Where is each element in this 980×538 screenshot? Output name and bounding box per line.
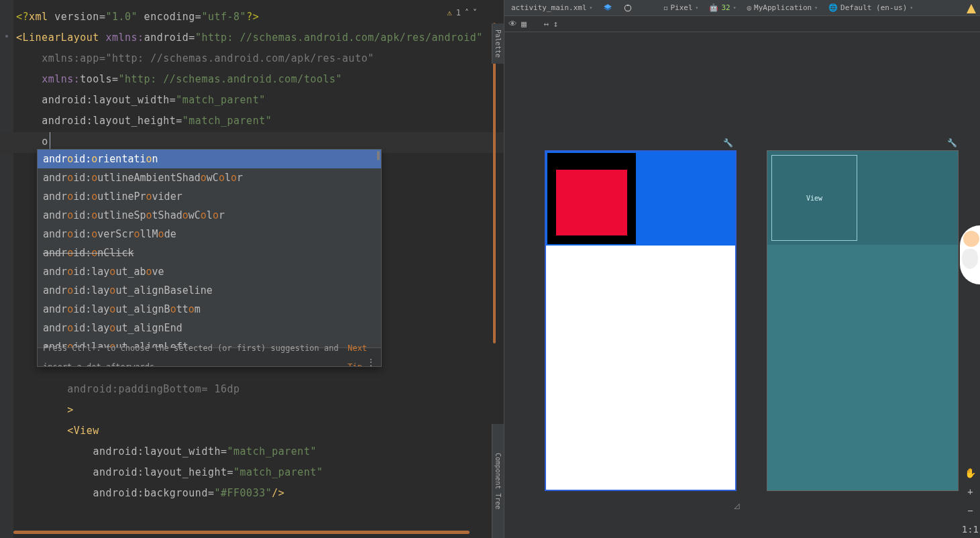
warning-count: 1 <box>456 8 461 17</box>
zoom-actual[interactable]: 1:1 <box>962 524 979 535</box>
app-label: MyApplication <box>754 3 812 12</box>
code-area[interactable]: <?xml version="1.0" encoding="utf-8"?><L… <box>16 7 497 152</box>
component-tree-label: Component Tree <box>494 453 502 509</box>
designer-subtoolbar: 👁 ▦ ↔ ↕ <box>504 16 980 32</box>
blueprint-surface[interactable]: View <box>767 150 959 491</box>
blueprint-inner: View <box>771 155 857 241</box>
assistant-avatar[interactable] <box>960 225 980 284</box>
layout-designer-pane: activity_main.xml▾ ◻Pixel▾ 🤖32▾ ◎ MyAppl… <box>504 0 980 538</box>
preview-view-inner <box>547 153 636 244</box>
device-label: Pixel <box>670 3 692 12</box>
zoom-controls: ✋ + − 1:1 ⛶ <box>962 468 979 538</box>
surface-select[interactable] <box>600 3 615 13</box>
warning-icon: ⚠ <box>447 8 452 17</box>
autocomplete-hint-text: Press Ctrl+. to choose the selected (or … <box>43 339 341 368</box>
wrench-icon[interactable]: 🔧 <box>947 138 957 148</box>
autocomplete-item[interactable]: android:layout_alignBaseline <box>38 281 381 300</box>
file-name: activity_main.xml <box>511 3 587 12</box>
autocomplete-item[interactable]: android:layout_alignEnd <box>38 319 381 337</box>
autocomplete-scrollbar[interactable] <box>377 151 380 160</box>
preview-view-top <box>546 152 735 246</box>
autocomplete-item[interactable]: android:layout_alignBottom <box>38 300 381 319</box>
autocomplete-popup: android:orientationandroid:outlineAmbien… <box>37 149 382 367</box>
globe-icon <box>828 3 838 12</box>
design-surface[interactable] <box>545 150 737 491</box>
file-chip[interactable]: activity_main.xml▾ <box>508 3 595 12</box>
pan-up-icon[interactable]: ↕ <box>553 19 559 29</box>
autocomplete-item[interactable]: android:orientation <box>38 150 381 168</box>
nightmode-select[interactable] <box>641 3 655 13</box>
locale-select[interactable]: Default (en-us)▾ <box>826 3 916 12</box>
orientation-icon <box>623 3 633 13</box>
editor-scrollbar-horizontal[interactable] <box>13 531 470 534</box>
resize-handle-icon[interactable]: ◿ <box>734 500 742 508</box>
design-canvas[interactable]: 🔧 🔧 View ◿ ✋ + − <box>504 32 980 538</box>
autocomplete-item[interactable]: android:layout_above <box>38 262 381 281</box>
inspection-widget[interactable]: ⚠ 1 ˄ ˅ <box>447 8 477 17</box>
pan-left-icon[interactable]: ↔ <box>544 19 549 29</box>
blueprint-view-label: View <box>806 195 822 202</box>
autocomplete-item[interactable]: android:overScrollMode <box>38 225 381 244</box>
wrench-icon[interactable]: 🔧 <box>723 138 733 148</box>
preview-view-red <box>556 170 627 235</box>
view-options-icon[interactable]: 👁 <box>508 19 517 29</box>
prev-highlight-icon[interactable]: ˄ <box>465 8 469 17</box>
autocomplete-item[interactable]: android:outlineProvider <box>38 187 381 206</box>
palette-label: Palette <box>494 30 502 58</box>
autocomplete-more-icon[interactable]: ⋮ <box>367 353 374 367</box>
orientation-select[interactable] <box>620 3 635 13</box>
autocomplete-item[interactable]: android:onClick <box>38 244 381 262</box>
component-tree-tool-tab[interactable]: Component Tree <box>492 424 504 538</box>
palette-tool-tab[interactable]: Palette <box>492 23 504 64</box>
app-theme-select[interactable]: ◎ MyApplication▾ <box>744 3 820 12</box>
editor-gutter[interactable] <box>0 0 13 538</box>
next-highlight-icon[interactable]: ˅ <box>473 8 477 17</box>
code-editor-pane: <?xml version="1.0" encoding="utf-8"?><L… <box>0 0 504 538</box>
designer-toolbar: activity_main.xml▾ ◻Pixel▾ 🤖32▾ ◎ MyAppl… <box>504 0 980 16</box>
autocomplete-item[interactable]: android:outlineAmbientShadowColor <box>38 168 381 187</box>
api-label: 32 <box>721 3 730 12</box>
text-caret <box>50 132 50 151</box>
grid-icon[interactable]: ▦ <box>521 19 527 29</box>
layers-icon <box>603 3 612 13</box>
editor-scrollbar-vertical[interactable] <box>493 23 496 343</box>
zoom-in[interactable]: + <box>967 486 973 497</box>
autocomplete-hint: Press Ctrl+. to choose the selected (or … <box>38 347 381 366</box>
api-select[interactable]: 🤖32▾ <box>706 3 739 12</box>
pan-tool[interactable]: ✋ <box>965 468 976 478</box>
zoom-out[interactable]: − <box>967 505 973 516</box>
render-warning-icon[interactable] <box>967 4 976 13</box>
autocomplete-item[interactable]: android:outlineSpotShadowColor <box>38 206 381 225</box>
locale-label: Default (en-us) <box>840 3 907 12</box>
moon-icon <box>643 3 653 13</box>
blueprint-top: View <box>767 151 958 245</box>
device-select[interactable]: ◻Pixel▾ <box>661 3 701 12</box>
